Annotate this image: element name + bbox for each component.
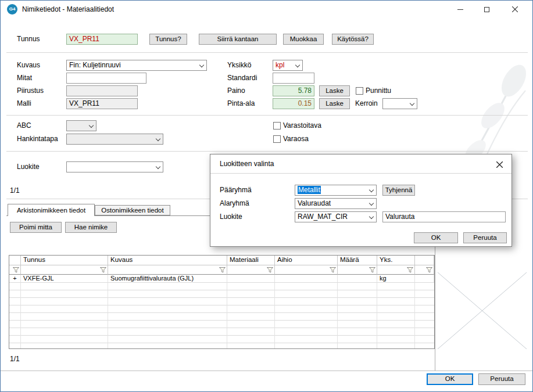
cell-yks[interactable]: kg (377, 275, 415, 283)
paaryhma-select[interactable]: Metallit (295, 185, 377, 196)
tunnus-query-button[interactable]: Tunnus? (149, 34, 187, 45)
paaryhma-value: Metallit (298, 186, 321, 194)
piirustus-field[interactable] (66, 85, 138, 96)
filter-icon[interactable] (13, 267, 19, 273)
abc-select[interactable] (66, 120, 96, 131)
hankintatapa-label: Hankintatapa (17, 134, 58, 145)
mitat-field[interactable] (66, 73, 146, 84)
tab-ostonimikkeen-tiedot[interactable]: Ostonimikkeen tiedot (95, 205, 170, 215)
ok-button[interactable]: OK (427, 373, 473, 385)
cell-maara[interactable] (338, 275, 377, 283)
close-icon (496, 161, 503, 168)
table-pager: 1/1 (10, 355, 20, 363)
kuvaus-label: Kuvaus (17, 60, 40, 71)
luokite-label: Luokite (17, 161, 40, 172)
abc-label: ABC (17, 120, 31, 131)
luokitteen-valinta-dialog: Luokitteen valinta Pääryhmä Metallit Tyh… (210, 154, 512, 247)
hae-nimike-button[interactable]: Hae nimike (65, 222, 117, 233)
grid-line (377, 283, 377, 348)
laske-paino-button[interactable]: Laske (319, 85, 350, 96)
dialog-close-button[interactable] (494, 159, 505, 170)
kuvaus-value: Fin: Kuljetinruuvi (69, 61, 121, 69)
alaryhma-select[interactable]: Valuraudat (295, 198, 377, 209)
tab-arkistonimikkeen-tiedot[interactable]: Arkistonimikkeen tiedot (8, 204, 95, 216)
column-header-materiaali[interactable]: Materiaali (227, 256, 275, 265)
chevron-down-icon (156, 164, 160, 169)
siirra-kantaan-button[interactable]: Siirrä kantaan (199, 34, 277, 45)
piirustus-label: Piirustus (17, 85, 44, 96)
filter-icon[interactable] (219, 267, 226, 273)
malli-field[interactable]: VX_PR11 (66, 98, 138, 109)
filter-icon[interactable] (407, 267, 413, 273)
hankintatapa-select[interactable] (66, 134, 163, 145)
varaosa-label: Varaosa (283, 134, 309, 145)
yksikko-label: Yksikkö (227, 60, 251, 71)
maximize-button[interactable] (474, 1, 499, 18)
muokkaa-button[interactable]: Muokkaa (283, 34, 324, 45)
main-window: G4 Nimiketiedot - Materiaalitiedot Tunnu… (0, 0, 533, 392)
yksikko-value: kpl (276, 61, 284, 69)
tyhjenna-button[interactable]: Tyhjennä (382, 185, 415, 196)
items-table: Tunnus Kuvaus Materiaali Aihio Määrä Yks… (9, 255, 435, 349)
kuvaus-select[interactable]: Fin: Kuljetinruuvi (66, 60, 207, 71)
row-expand-toggle[interactable]: + (9, 275, 21, 283)
punnittu-checkbox[interactable] (356, 87, 363, 95)
paino-field[interactable]: 5.78 (273, 85, 314, 96)
chevron-down-icon (295, 63, 300, 67)
chevron-down-icon (156, 136, 160, 141)
column-header-yks[interactable]: Yks. (377, 256, 415, 265)
column-header-maara[interactable]: Määrä (338, 256, 377, 265)
yksikko-select[interactable]: kpl (273, 60, 303, 71)
chevron-down-icon (89, 123, 94, 128)
chevron-down-icon (369, 214, 374, 219)
luokite-select[interactable] (66, 161, 163, 172)
column-header-aihio[interactable]: Aihio (275, 256, 338, 265)
separator (6, 52, 528, 53)
column-header-kuvaus[interactable]: Kuvaus (108, 256, 227, 265)
poimi-mitta-button[interactable]: Poimi mitta (10, 222, 62, 233)
tunnus-field[interactable]: VX_PR11 (66, 34, 138, 45)
varastoitava-label: Varastoitava (283, 120, 321, 131)
chevron-down-icon (369, 188, 374, 192)
punnittu-label: Punnittu (366, 85, 391, 96)
chevron-down-icon (410, 101, 414, 106)
filter-icon[interactable] (369, 267, 375, 273)
filter-icon[interactable] (100, 267, 106, 273)
cell-kuvaus[interactable]: Suomugrafiittivalurauta (GJL) (108, 275, 227, 283)
grid-line (414, 283, 415, 348)
cell-aihio[interactable] (275, 275, 338, 283)
kaytossa-button[interactable]: Käytössä? (332, 34, 374, 45)
dialog-luokite-value: RAW_MAT_CIR (298, 213, 348, 221)
tunnus-label: Tunnus (17, 34, 40, 45)
varaosa-checkbox[interactable] (273, 135, 281, 143)
grid-line (20, 283, 21, 348)
peruuta-button[interactable]: Peruuta (478, 373, 525, 385)
cell-materiaali[interactable] (227, 275, 275, 283)
table-empty-rows (9, 283, 434, 348)
filter-cell (108, 265, 227, 275)
standardi-field[interactable] (273, 73, 314, 84)
laske-pinta-ala-button[interactable]: Laske (319, 98, 350, 109)
cell-tunnus[interactable]: VXFE-GJL (21, 275, 108, 283)
dialog-peruuta-button[interactable]: Peruuta (463, 232, 507, 243)
dialog-luokite-text-field[interactable]: Valurauta (382, 211, 506, 222)
filter-icon[interactable] (267, 267, 273, 273)
filter-cell (9, 265, 21, 275)
separator (6, 151, 528, 152)
filter-icon[interactable] (330, 267, 336, 273)
dialog-ok-button[interactable]: OK (414, 232, 458, 243)
filter-cell (415, 265, 434, 275)
kerroin-select[interactable] (382, 98, 417, 109)
form-pager: 1/1 (10, 186, 20, 195)
column-header-tunnus[interactable]: Tunnus (21, 256, 108, 265)
close-button[interactable] (502, 1, 528, 18)
varastoitava-checkbox[interactable] (273, 122, 281, 130)
pinta-ala-field[interactable]: 0.15 (273, 98, 314, 109)
dialog-luokite-select[interactable]: RAW_MAT_CIR (295, 211, 377, 222)
grid-line (108, 283, 108, 348)
pinta-ala-label: Pinta-ala (227, 98, 255, 109)
filter-icon[interactable] (426, 267, 432, 273)
alaryhma-label: Alaryhmä (220, 198, 249, 209)
paino-label: Paino (227, 85, 245, 96)
minimize-button[interactable] (448, 1, 473, 18)
